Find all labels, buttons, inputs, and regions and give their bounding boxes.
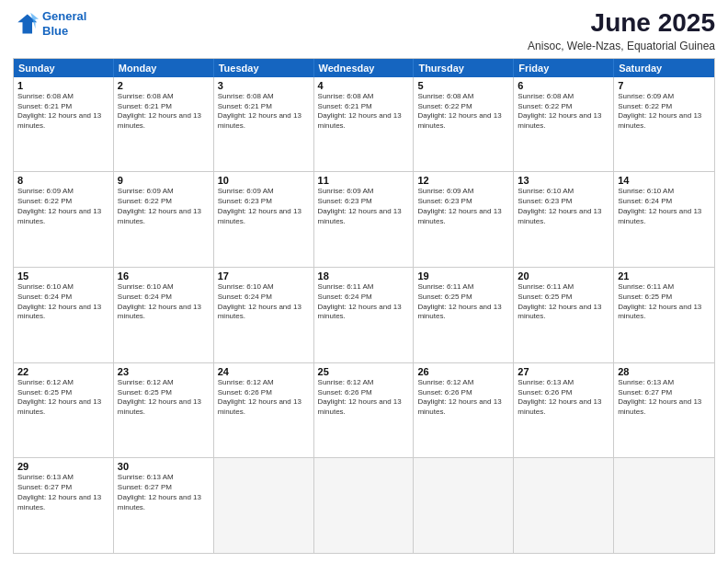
day-cell-17: 17Sunrise: 6:10 AMSunset: 6:24 PMDayligh…: [214, 268, 314, 362]
day-number: 21: [618, 270, 711, 282]
day-number: 17: [218, 270, 310, 282]
day-cell-20: 20Sunrise: 6:11 AMSunset: 6:25 PMDayligh…: [514, 268, 614, 362]
day-number: 11: [318, 175, 410, 186]
day-number: 26: [417, 366, 509, 377]
day-cell-23: 23Sunrise: 6:12 AMSunset: 6:25 PMDayligh…: [114, 363, 214, 458]
cell-info-line: Sunset: 6:25 PM: [118, 388, 210, 398]
month-title: June 2025: [528, 9, 715, 38]
cell-info-line: Sunset: 6:26 PM: [318, 388, 410, 398]
page: General Blue June 2025 Anisoc, Wele-Nzas…: [0, 0, 728, 563]
cell-info-line: Daylight: 12 hours and 13 minutes.: [17, 207, 109, 227]
day-number: 9: [118, 175, 210, 186]
cell-info-line: Daylight: 12 hours and 13 minutes.: [218, 303, 310, 323]
header-day-friday: Friday: [514, 59, 614, 77]
cell-info-line: Sunset: 6:24 PM: [318, 293, 410, 303]
day-cell-28: 28Sunrise: 6:13 AMSunset: 6:27 PMDayligh…: [614, 363, 714, 458]
cell-info-line: Daylight: 12 hours and 13 minutes.: [218, 397, 310, 418]
cell-info-line: Daylight: 12 hours and 13 minutes.: [318, 397, 410, 418]
cell-info-line: Sunset: 6:22 PM: [417, 102, 509, 112]
cell-info-line: Sunrise: 6:09 AM: [118, 187, 210, 197]
cell-info-line: Daylight: 12 hours and 13 minutes.: [518, 303, 609, 323]
cell-info-line: Sunset: 6:21 PM: [17, 102, 109, 112]
cell-info-line: Daylight: 12 hours and 13 minutes.: [17, 397, 109, 418]
cell-info-line: Sunset: 6:21 PM: [218, 102, 310, 112]
logo-line1: General: [42, 9, 86, 23]
day-cell-22: 22Sunrise: 6:12 AMSunset: 6:25 PMDayligh…: [14, 363, 114, 458]
calendar-row-5: 29Sunrise: 6:13 AMSunset: 6:27 PMDayligh…: [14, 457, 714, 553]
cell-info-line: Sunrise: 6:09 AM: [318, 187, 410, 197]
day-number: 16: [118, 270, 210, 282]
day-cell-19: 19Sunrise: 6:11 AMSunset: 6:25 PMDayligh…: [414, 268, 514, 362]
cell-info-line: Daylight: 12 hours and 13 minutes.: [218, 111, 310, 132]
cell-info-line: Daylight: 12 hours and 13 minutes.: [318, 207, 410, 227]
cell-info-line: Daylight: 12 hours and 13 minutes.: [118, 397, 210, 418]
cell-info-line: Sunrise: 6:08 AM: [318, 92, 410, 102]
cell-info-line: Sunrise: 6:11 AM: [618, 282, 711, 293]
cell-info-line: Sunrise: 6:09 AM: [417, 187, 509, 197]
cell-info-line: Daylight: 12 hours and 13 minutes.: [118, 111, 210, 132]
header-day-monday: Monday: [114, 59, 214, 77]
day-cell-2: 2Sunrise: 6:08 AMSunset: 6:21 PMDaylight…: [114, 77, 214, 172]
day-number: 10: [218, 175, 310, 186]
day-cell-9: 9Sunrise: 6:09 AMSunset: 6:22 PMDaylight…: [114, 172, 214, 267]
day-cell-25: 25Sunrise: 6:12 AMSunset: 6:26 PMDayligh…: [314, 363, 415, 458]
cell-info-line: Daylight: 12 hours and 13 minutes.: [618, 207, 711, 227]
cell-info-line: Sunrise: 6:09 AM: [218, 187, 310, 197]
cell-info-line: Daylight: 12 hours and 13 minutes.: [417, 111, 509, 132]
calendar-row-4: 22Sunrise: 6:12 AMSunset: 6:25 PMDayligh…: [14, 362, 714, 458]
header: General Blue June 2025 Anisoc, Wele-Nzas…: [13, 9, 715, 52]
cell-info-line: Daylight: 12 hours and 13 minutes.: [318, 111, 410, 132]
day-cell-15: 15Sunrise: 6:10 AMSunset: 6:24 PMDayligh…: [14, 268, 114, 362]
cell-info-line: Sunset: 6:26 PM: [218, 388, 310, 398]
cell-info-line: Sunrise: 6:12 AM: [318, 378, 410, 388]
day-number: 19: [417, 270, 509, 282]
cell-info-line: Sunset: 6:22 PM: [618, 102, 711, 112]
cell-info-line: Sunset: 6:22 PM: [17, 197, 109, 207]
header-day-saturday: Saturday: [614, 59, 714, 77]
cell-info-line: Sunset: 6:22 PM: [518, 102, 609, 112]
day-cell-27: 27Sunrise: 6:13 AMSunset: 6:26 PMDayligh…: [514, 363, 614, 458]
calendar-body: 1Sunrise: 6:08 AMSunset: 6:21 PMDaylight…: [14, 77, 714, 553]
cell-info-line: Sunset: 6:23 PM: [318, 197, 410, 207]
cell-info-line: Sunrise: 6:13 AM: [118, 473, 210, 483]
cell-info-line: Sunrise: 6:11 AM: [518, 282, 609, 293]
day-number: 15: [17, 270, 109, 282]
cell-info-line: Daylight: 12 hours and 13 minutes.: [17, 111, 109, 132]
cell-info-line: Sunrise: 6:13 AM: [17, 473, 109, 483]
day-number: 2: [118, 80, 210, 91]
cell-info-line: Daylight: 12 hours and 13 minutes.: [318, 303, 410, 323]
cell-info-line: Sunrise: 6:13 AM: [518, 378, 609, 388]
cell-info-line: Daylight: 12 hours and 13 minutes.: [518, 111, 609, 132]
cell-info-line: Sunset: 6:24 PM: [17, 293, 109, 303]
day-number: 24: [218, 366, 310, 377]
cell-info-line: Daylight: 12 hours and 13 minutes.: [618, 111, 711, 132]
cell-info-line: Sunrise: 6:12 AM: [218, 378, 310, 388]
day-cell-11: 11Sunrise: 6:09 AMSunset: 6:23 PMDayligh…: [314, 172, 415, 267]
cell-info-line: Sunset: 6:23 PM: [518, 197, 609, 207]
day-number: 6: [518, 80, 609, 91]
cell-info-line: Sunrise: 6:11 AM: [318, 282, 410, 293]
cell-info-line: Sunset: 6:27 PM: [17, 483, 109, 493]
cell-info-line: Sunset: 6:27 PM: [618, 388, 711, 398]
cell-info-line: Sunrise: 6:08 AM: [417, 92, 509, 102]
cell-info-line: Sunrise: 6:08 AM: [118, 92, 210, 102]
cell-info-line: Sunrise: 6:09 AM: [618, 92, 711, 102]
header-day-wednesday: Wednesday: [314, 59, 415, 77]
day-cell-3: 3Sunrise: 6:08 AMSunset: 6:21 PMDaylight…: [214, 77, 314, 172]
cell-info-line: Sunrise: 6:09 AM: [17, 187, 109, 197]
cell-info-line: Sunset: 6:24 PM: [218, 293, 310, 303]
cell-info-line: Sunrise: 6:12 AM: [17, 378, 109, 388]
day-cell-8: 8Sunrise: 6:09 AMSunset: 6:22 PMDaylight…: [14, 172, 114, 267]
day-number: 5: [417, 80, 509, 91]
day-number: 13: [518, 175, 609, 186]
day-number: 7: [618, 80, 711, 91]
cell-info-line: Daylight: 12 hours and 13 minutes.: [618, 303, 711, 323]
cell-info-line: Sunrise: 6:10 AM: [618, 187, 711, 197]
cell-info-line: Daylight: 12 hours and 13 minutes.: [17, 303, 109, 323]
calendar-row-1: 1Sunrise: 6:08 AMSunset: 6:21 PMDaylight…: [14, 77, 714, 172]
cell-info-line: Daylight: 12 hours and 13 minutes.: [618, 397, 711, 418]
day-cell-5: 5Sunrise: 6:08 AMSunset: 6:22 PMDaylight…: [414, 77, 514, 172]
cell-info-line: Sunrise: 6:10 AM: [518, 187, 609, 197]
cell-info-line: Sunrise: 6:08 AM: [218, 92, 310, 102]
empty-cell: [214, 458, 314, 553]
